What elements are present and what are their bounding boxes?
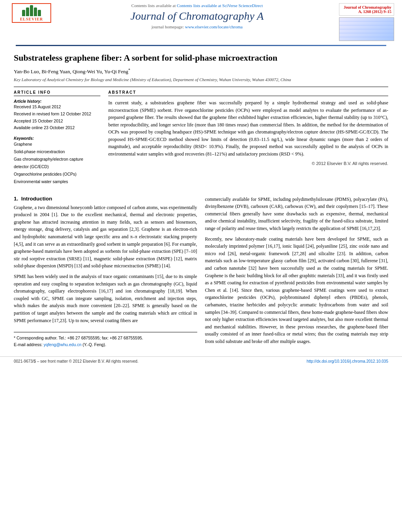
abstract-title: ABSTRACT: [108, 90, 388, 96]
journal-ref-title: Journal of Chromatography A, 1268 (2012)…: [344, 5, 391, 14]
received-date: Received 15 August 2012: [14, 104, 100, 111]
cover-stripes-decoration: [339, 18, 394, 41]
tree-branch-2: [26, 7, 29, 16]
keyword-2: Solid-phase microextraction: [14, 148, 100, 156]
article-info-title: ARTICLE INFO: [14, 90, 100, 96]
authors: Yan-Bo Luo, Bi-Feng Yuan, Qiong-Wei Yu, …: [14, 68, 388, 75]
content-left: 1. Introduction Graphene, a two dimensio…: [14, 196, 197, 348]
publisher-logo-area: ELSEVIER: [8, 3, 55, 23]
main-content: 1. Introduction Graphene, a two dimensio…: [14, 196, 388, 348]
content-right: commercially available for SPME, includi…: [205, 196, 389, 348]
header-right: Journal of Chromatography A, 1268 (2012)…: [339, 3, 394, 41]
history-label: Article history:: [14, 99, 100, 104]
journal-header: ELSEVIER Contents lists available at Con…: [0, 0, 402, 48]
elsevier-logo: ELSEVIER: [12, 3, 51, 23]
email-link[interactable]: yqfeng@whu.edu.cn: [44, 342, 82, 347]
intro-para-1: Graphene, a two dimensional honeycomb la…: [14, 204, 197, 270]
sciverse-link[interactable]: Contents lists available at SciVerse Sci…: [177, 3, 263, 8]
keyword-6: Environmental water samples: [14, 178, 100, 185]
article-info-column: ARTICLE INFO Article history: Received 1…: [14, 90, 100, 190]
abstract-text: In current study, a substrateless graphe…: [108, 99, 388, 158]
tree-branch-5: [38, 10, 41, 16]
sciverse-line: Contents lists available at Contents lis…: [132, 3, 263, 8]
footnote-corresponding: * Corresponding author. Tel.: +86 27 687…: [14, 335, 197, 341]
copyright-line: © 2012 Elsevier B.V. All rights reserved…: [108, 161, 388, 166]
article-meta-columns: ARTICLE INFO Article history: Received 1…: [14, 90, 388, 190]
intro-heading: 1. Introduction: [14, 196, 197, 202]
article-body: Substrateless graphene fiber: A sorbent …: [0, 48, 402, 352]
keyword-list: Graphene Solid-phase microextraction Gas…: [14, 141, 100, 185]
keyword-4: detector (GC/ECD): [14, 163, 100, 171]
keyword-3: Gas chromatography/electron capture: [14, 156, 100, 163]
right-para-2: Recently, new laboratory-made coating ma…: [205, 235, 389, 345]
accepted-date: Accepted 15 October 2012: [14, 118, 100, 125]
journal-homepage: journal homepage: www.elsevier.com/locat…: [152, 24, 243, 29]
article-dates: Received 15 August 2012 Received in revi…: [14, 104, 100, 132]
section-divider-top: [14, 87, 388, 87]
affiliation: Key Laboratory of Analytical Chemistry f…: [14, 77, 388, 82]
intro-para-2: SPME has been widely used in the analysi…: [14, 273, 197, 324]
elsevier-text: ELSEVIER: [20, 17, 43, 21]
tree-branch-1: [22, 10, 25, 16]
article-history-block: Article history: Received 15 August 2012…: [14, 99, 100, 132]
revised-date: Received in revised form 12 October 2012: [14, 111, 100, 118]
header-divider: [16, 45, 386, 46]
tree-branch-4: [34, 7, 37, 16]
abstract-column: ABSTRACT In current study, a substratele…: [108, 90, 388, 190]
tree-branch-3: [30, 5, 33, 16]
page-wrapper: ELSEVIER Contents lists available at Con…: [0, 0, 402, 366]
footnote-email: E-mail address: yqfeng@whu.edu.cn (Y.-Q.…: [14, 341, 197, 348]
issn-text: 0021-9673/$ – see front matter © 2012 El…: [14, 359, 139, 363]
header-center: Contents lists available at Contents lis…: [55, 3, 339, 29]
header-top: ELSEVIER Contents lists available at Con…: [8, 3, 394, 43]
elsevier-tree-icon: [22, 5, 41, 16]
right-para-1: commercially available for SPME, includi…: [205, 196, 389, 232]
bottom-bar: 0021-9673/$ – see front matter © 2012 El…: [0, 356, 402, 366]
doi-link[interactable]: http://dx.doi.org/10.1016/j.chroma.2012.…: [307, 359, 388, 363]
journal-ref-box: Journal of Chromatography A, 1268 (2012)…: [339, 3, 394, 16]
article-title: Substrateless graphene fiber: A sorbent …: [14, 52, 388, 64]
keyword-5: Organochlorine pesticides (OCPs): [14, 171, 100, 178]
keywords-label: Keywords:: [14, 136, 100, 141]
keywords-block: Keywords: Graphene Solid-phase microextr…: [14, 136, 100, 185]
available-date: Available online 23 October 2012: [14, 124, 100, 132]
journal-title-header: Journal of Chromatography A: [130, 9, 263, 23]
homepage-link[interactable]: www.elsevier.com/locate/chroma: [185, 24, 243, 29]
doi-text: http://dx.doi.org/10.1016/j.chroma.2012.…: [307, 359, 388, 363]
cover-image: [339, 17, 394, 41]
footnote-section: * Corresponding author. Tel.: +86 27 687…: [14, 332, 197, 348]
keyword-1: Graphene: [14, 141, 100, 148]
